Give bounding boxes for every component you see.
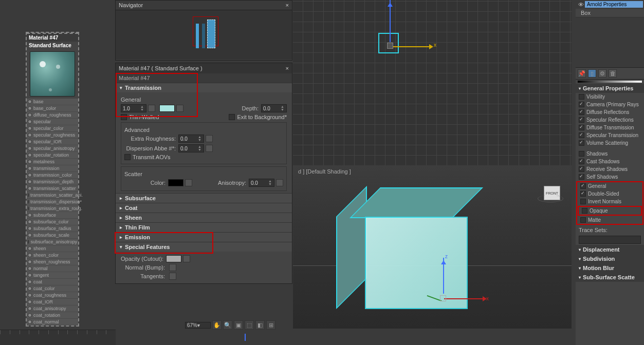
section-sss[interactable]: Sub-Surface Scatte	[576, 273, 644, 282]
material-editor-close-icon[interactable]: ×	[286, 65, 289, 71]
material-prop-diffuse_roughness[interactable]: diffuse_roughness	[27, 112, 78, 119]
scatter-anisotropy-spinner[interactable]: 0.0▲▼	[249, 179, 274, 187]
thin-walled-checkbox[interactable]	[121, 114, 127, 120]
material-prop-normal[interactable]: normal	[27, 265, 78, 272]
eye-icon[interactable]: 👁	[577, 2, 585, 8]
extra-roughness-spinner[interactable]: 0.0▲▼	[178, 135, 204, 143]
dispersion-spinner[interactable]: 0.0▲▼	[178, 144, 204, 152]
check-self-shadows[interactable]: Self Shadows	[576, 173, 644, 181]
pin-icon[interactable]: 📌	[578, 69, 586, 78]
navigator-close-icon[interactable]: ×	[286, 2, 289, 8]
selection-tool-icon[interactable]: ▯	[588, 69, 596, 78]
material-prop-transmission_scatter_ani.[interactable]: transmission_scatter_ani.	[27, 192, 78, 199]
check-general-group[interactable]: General	[577, 182, 642, 190]
grid-icon[interactable]: ⊞	[266, 320, 275, 330]
check-camera[interactable]: Camera (Primary Rays	[576, 101, 644, 108]
material-prop-transmission_scatter[interactable]: transmission_scatter	[27, 185, 78, 192]
color-bar[interactable]	[578, 81, 642, 83]
material-prop-base_color[interactable]: base_color	[27, 105, 78, 112]
material-name-field[interactable]: Material #47	[116, 73, 292, 83]
check-shadows[interactable]: Shadows	[576, 150, 644, 158]
opacity-cutout-swatch[interactable]	[166, 255, 181, 262]
transmit-aovs-checkbox[interactable]	[124, 154, 131, 160]
material-prop-transmission_dispersion*[interactable]: transmission_dispersion*	[27, 199, 78, 205]
material-prop-base[interactable]: base	[27, 99, 78, 105]
material-prop-coat_roughness[interactable]: coat_roughness	[27, 292, 78, 299]
frame-all-icon[interactable]: ⬚	[245, 320, 254, 330]
material-prop-coat_rotation[interactable]: coat_rotation	[27, 312, 78, 319]
rollout-sheen[interactable]: Sheen	[116, 213, 292, 222]
transmission-depth-spinner[interactable]: 0.0▲▼	[261, 104, 287, 112]
check-visibility[interactable]: Visibility	[576, 93, 644, 101]
section-motion-blur[interactable]: Motion Blur	[576, 263, 644, 273]
material-prop-transmission_depth[interactable]: transmission_depth	[27, 179, 78, 185]
material-node[interactable]: Material #47 Standard Surface basebase_c…	[26, 32, 79, 327]
material-prop-specular[interactable]: specular	[27, 119, 78, 125]
check-diffuse-transmission[interactable]: Diffuse Transmission	[576, 124, 644, 131]
rollout-special-features[interactable]: Special Features	[116, 242, 292, 252]
material-prop-coat_color[interactable]: coat_color	[27, 285, 78, 292]
check-receive-shadows[interactable]: Receive Shadows	[576, 165, 644, 173]
check-specular-reflections[interactable]: Specular Reflections	[576, 116, 644, 124]
rollout-coat[interactable]: Coat	[116, 203, 292, 213]
material-prop-sheen_roughness[interactable]: sheen_roughness	[27, 259, 78, 265]
rollout-subsurface[interactable]: Subsurface	[116, 194, 292, 203]
trace-sets-input[interactable]	[579, 236, 641, 244]
opacity-cutout-map-slot[interactable]	[183, 255, 190, 262]
material-prop-subsurface_anisotropy[interactable]: subsurface_anisotropy	[27, 239, 78, 245]
pan-icon[interactable]: ✋	[212, 320, 222, 330]
material-prop-transmission_color[interactable]: transmission_color	[27, 172, 78, 179]
viewport-top[interactable]: x	[293, 0, 572, 165]
material-prop-coat_normal[interactable]: coat_normal	[27, 319, 78, 325]
transmission-color-swatch[interactable]	[159, 105, 175, 112]
material-prop-coat[interactable]: coat	[27, 279, 78, 285]
transmission-color-map-slot[interactable]	[176, 105, 183, 112]
trash-icon[interactable]: 🗑	[609, 69, 617, 78]
tangents-map-slot[interactable]	[169, 273, 176, 280]
material-prop-subsurface_scale[interactable]: subsurface_scale	[27, 232, 78, 239]
viewport-cube-object[interactable]: z x	[344, 186, 473, 314]
section-general-properties[interactable]: General Properties	[576, 84, 644, 93]
extra-roughness-map-slot[interactable]	[206, 135, 213, 142]
check-diffuse-reflections[interactable]: Diffuse Reflections	[576, 108, 644, 116]
material-prop-specular_roughness[interactable]: specular_roughness	[27, 132, 78, 139]
scatter-color-swatch[interactable]	[168, 179, 183, 186]
rollout-thin-film[interactable]: Thin Film	[116, 223, 292, 232]
check-double-sided[interactable]: Double-Sided	[577, 190, 642, 198]
arnold-properties-label[interactable]: Arnold Properties	[585, 1, 643, 8]
section-displacement[interactable]: Displacement	[576, 245, 644, 254]
material-prop-transmission[interactable]: transmission	[27, 165, 78, 172]
exit-background-checkbox[interactable]	[229, 114, 235, 120]
check-specular-transmission[interactable]: Specular Transmission	[576, 131, 644, 139]
check-cast-shadows[interactable]: Cast Shadows	[576, 158, 644, 165]
layout-icon[interactable]: ◧	[255, 320, 265, 330]
material-prop-specular_rotation[interactable]: specular_rotation	[27, 152, 78, 159]
material-prop-subsurface_radius[interactable]: subsurface_radius	[27, 225, 78, 232]
material-prop-subsurface_color[interactable]: subsurface_color	[27, 219, 78, 225]
navigator-viewport[interactable]	[116, 10, 292, 60]
material-prop-tangent[interactable]: tangent	[27, 272, 78, 279]
transmission-weight-map-slot[interactable]	[148, 105, 155, 112]
material-prop-transmission_extra_roug.[interactable]: transmission_extra_roug.	[27, 205, 78, 212]
check-invert-normals[interactable]: Invert Normals	[577, 198, 642, 205]
timeline[interactable]	[0, 330, 116, 345]
rollout-emission[interactable]: Emission	[116, 233, 292, 242]
material-prop-specular_IOR[interactable]: specular_IOR	[27, 139, 78, 145]
material-prop-subsurface[interactable]: subsurface	[27, 212, 78, 219]
material-prop-specular_color[interactable]: specular_color	[27, 125, 78, 132]
filter-icon[interactable]: ⚙	[598, 69, 606, 78]
viewport-perspective[interactable]: d ] [Default Shading ] z x FRONT	[293, 165, 572, 329]
scatter-anisotropy-map-slot[interactable]	[276, 179, 283, 186]
material-preview-sphere[interactable]	[30, 51, 75, 97]
dispersion-map-slot[interactable]	[206, 145, 213, 152]
material-prop-specular_anisotropy[interactable]: specular_anisotropy	[27, 145, 78, 152]
object-list-area[interactable]	[576, 17, 644, 68]
material-prop-metalness[interactable]: metalness	[27, 159, 78, 165]
fit-icon[interactable]: ▣	[234, 320, 243, 330]
zoom-icon[interactable]: 🔍	[223, 320, 232, 330]
transmission-weight-spinner[interactable]: 1.0▲▼	[121, 104, 146, 112]
zoom-level[interactable]: 67% ▾	[185, 322, 211, 329]
normal-bump-map-slot[interactable]	[169, 264, 176, 271]
check-matte[interactable]: Matte	[577, 216, 642, 224]
material-prop-sheen_color[interactable]: sheen_color	[27, 252, 78, 259]
